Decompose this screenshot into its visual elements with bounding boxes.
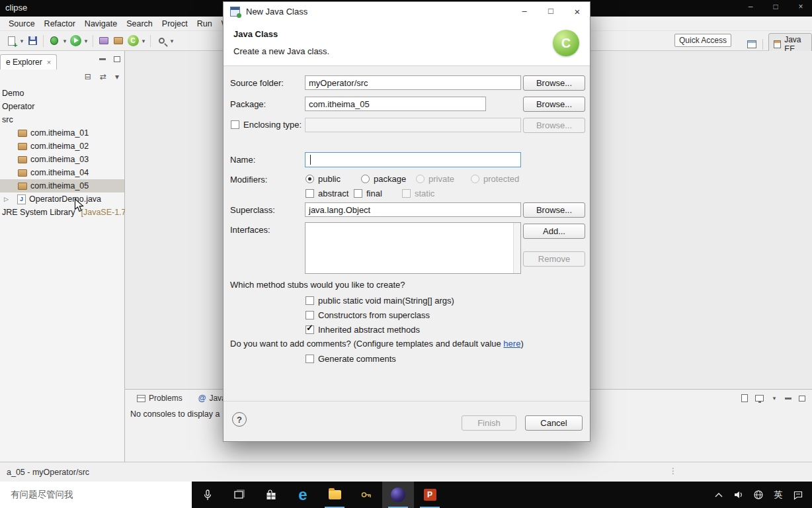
modifier-package-option[interactable]: package <box>361 173 406 184</box>
dialog-minimize-button[interactable]: – <box>518 6 530 17</box>
toolbar-overflow-icon[interactable] <box>169 38 175 44</box>
inherited-methods-checkbox[interactable]: ✓ <box>305 325 314 334</box>
abstract-checkbox[interactable] <box>305 189 314 198</box>
run-dropdown-icon[interactable] <box>83 38 89 44</box>
link-with-editor-icon[interactable]: ⇄ <box>100 72 106 81</box>
new-wizard-icon[interactable] <box>4 34 19 48</box>
debug-dropdown-icon[interactable] <box>61 38 68 44</box>
view-minimize-icon[interactable] <box>99 58 106 60</box>
stub-main-option[interactable]: public static void main(String[] args) <box>305 295 454 306</box>
new-class-icon[interactable]: C <box>126 34 140 48</box>
cancel-button[interactable]: Cancel <box>525 415 583 431</box>
window-minimize-button[interactable]: – <box>746 2 755 11</box>
superclass-browse-button[interactable]: Browse... <box>523 202 585 218</box>
open-type-icon[interactable] <box>154 34 169 48</box>
dialog-close-button[interactable]: × <box>571 6 583 17</box>
tree-item-jre-library[interactable]: JRE System Library[JavaSE-1.7] <box>0 206 124 219</box>
generate-comments-checkbox[interactable] <box>305 355 314 363</box>
superclass-input[interactable]: java.lang.Object <box>305 202 521 217</box>
statusbar-kebab-icon[interactable]: ⋮ <box>669 466 677 476</box>
panel-maximize-icon[interactable] <box>799 396 805 402</box>
main-method-checkbox[interactable] <box>305 296 314 305</box>
modifier-final-option[interactable]: final <box>354 188 382 198</box>
view-maximize-icon[interactable] <box>114 56 120 62</box>
console-dropdown-icon[interactable] <box>771 395 778 402</box>
run-icon[interactable] <box>68 34 83 48</box>
debug-icon[interactable] <box>47 34 61 48</box>
tab-problems[interactable]: Problems <box>130 390 189 406</box>
tree-item-package-03[interactable]: com.itheima_03 <box>0 153 124 166</box>
dialog-maximize-button[interactable]: □ <box>545 6 557 17</box>
tree-item-package-01[interactable]: com.itheima_01 <box>0 126 124 140</box>
tree-item-operator[interactable]: Operator <box>0 100 124 113</box>
new-class-dropdown-icon[interactable] <box>140 38 147 44</box>
interfaces-scrollbar[interactable] <box>513 223 520 273</box>
display-console-icon[interactable] <box>755 395 764 402</box>
new-package-icon[interactable] <box>111 34 126 48</box>
network-globe-icon[interactable] <box>750 482 767 508</box>
microphone-button[interactable] <box>192 482 223 508</box>
action-center-icon[interactable] <box>790 482 807 508</box>
stub-inherited-option[interactable]: ✓Inherited abstract methods <box>305 324 420 335</box>
tray-chevron-up-icon[interactable] <box>710 482 727 508</box>
final-checkbox[interactable] <box>354 189 362 198</box>
package-browse-button[interactable]: Browse... <box>523 97 585 112</box>
ime-language-indicator[interactable]: 英 <box>770 482 787 508</box>
new-wizard-dropdown-icon[interactable] <box>19 38 25 44</box>
tree-item-package-02[interactable]: com.itheima_02 <box>0 140 124 153</box>
menu-project[interactable]: Project <box>157 18 192 30</box>
package-input[interactable]: com.itheima_05 <box>305 97 486 111</box>
window-close-button[interactable]: × <box>796 2 805 11</box>
edge-button[interactable]: e <box>287 482 319 508</box>
public-radio[interactable] <box>305 175 314 183</box>
tree-item-demo[interactable]: Demo <box>0 87 124 100</box>
expander-icon[interactable]: ▷ <box>4 196 10 202</box>
eclipse-taskbar-button[interactable] <box>382 482 414 508</box>
dialog-header-title: Java Class <box>233 29 278 39</box>
view-menu-icon[interactable]: ▾ <box>115 72 119 81</box>
key-app-button[interactable] <box>350 482 382 508</box>
generate-comments-option[interactable]: Generate comments <box>305 353 396 364</box>
tab-close-icon[interactable]: × <box>47 58 51 66</box>
open-console-icon[interactable] <box>741 394 748 402</box>
menu-refactor[interactable]: Refactor <box>40 18 80 30</box>
volume-icon[interactable] <box>730 482 747 508</box>
file-explorer-button[interactable] <box>319 482 350 508</box>
powerpoint-button[interactable]: P <box>414 482 446 508</box>
save-icon[interactable] <box>25 34 40 48</box>
dialog-titlebar[interactable]: New Java Class – □ × <box>223 2 590 21</box>
task-view-button[interactable] <box>223 482 255 508</box>
source-folder-input[interactable]: myOperator/src <box>305 75 521 90</box>
modifier-abstract-option[interactable]: abstract <box>305 188 348 198</box>
configure-templates-link[interactable]: here <box>503 339 520 349</box>
constructors-label: Constructors from superclass <box>318 310 430 320</box>
menu-source[interactable]: Source <box>4 18 40 30</box>
name-input[interactable] <box>305 152 521 167</box>
menu-navigate[interactable]: Navigate <box>80 18 122 30</box>
interfaces-list[interactable] <box>305 222 521 274</box>
modifier-public-option[interactable]: public <box>305 173 341 184</box>
menu-run[interactable]: Run <box>192 18 217 30</box>
package-radio[interactable] <box>361 175 370 183</box>
constructors-checkbox[interactable] <box>305 311 314 319</box>
stub-constructors-option[interactable]: Constructors from superclass <box>305 310 430 320</box>
window-maximize-button[interactable]: □ <box>771 2 780 11</box>
enclosing-type-checkbox[interactable] <box>231 120 239 129</box>
new-java-project-icon[interactable] <box>97 34 111 48</box>
store-button[interactable] <box>255 482 287 508</box>
interfaces-add-button[interactable]: Add... <box>523 224 585 239</box>
help-button[interactable]: ? <box>232 412 247 427</box>
menu-search[interactable]: Search <box>122 18 157 30</box>
tree-item-package-04[interactable]: com.itheima_04 <box>0 166 124 179</box>
open-perspective-icon[interactable] <box>746 37 757 52</box>
collapse-all-icon[interactable]: ⊟ <box>85 72 91 81</box>
panel-minimize-icon[interactable] <box>785 398 792 400</box>
enclosing-type-option[interactable]: Enclosing type: <box>231 119 302 130</box>
taskbar-search-box[interactable]: 有问题尽管问我 <box>0 482 192 508</box>
source-folder-browse-button[interactable]: Browse... <box>523 75 585 91</box>
tab-package-explorer[interactable]: e Explorer × <box>0 54 57 69</box>
tree-item-operatordemo-java[interactable]: ▷JOperatorDemo.java <box>0 192 124 206</box>
tree-item-src[interactable]: src <box>0 113 124 126</box>
tree-item-package-05-selected[interactable]: com.itheima_05 <box>0 179 124 192</box>
quick-access-button[interactable]: Quick Access <box>674 34 731 47</box>
